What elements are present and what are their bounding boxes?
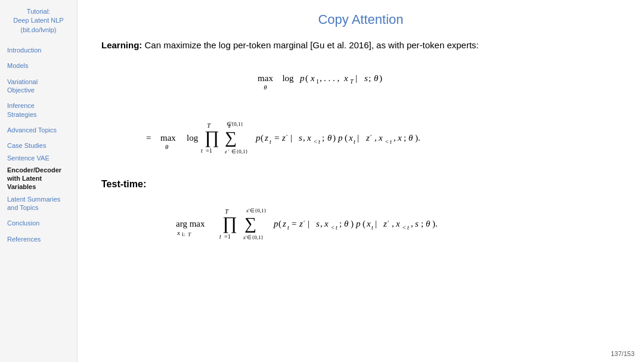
svg-text:<: < <box>402 224 406 231</box>
svg-text:p: p <box>273 219 278 228</box>
svg-text:T: T <box>188 231 191 237</box>
svg-text:;: ; <box>421 219 423 228</box>
svg-text:∑: ∑ <box>225 128 237 147</box>
svg-text:log: log <box>187 133 199 143</box>
slide-title: Copy Attention <box>101 12 620 27</box>
logo-line2: Deep Latent NLP <box>5 16 72 25</box>
math-formula-1: max θ log p ( x 1 , . . . , x T | s ; θ <box>247 63 474 99</box>
svg-text:t: t <box>336 224 338 231</box>
svg-text:θ: θ <box>327 133 332 143</box>
page-number: 137/153 <box>611 350 634 357</box>
svg-text:s: s <box>299 133 302 143</box>
svg-text:|: | <box>375 219 377 228</box>
svg-text:′: ′ <box>370 133 371 140</box>
svg-text:(: ( <box>305 73 308 83</box>
logo-line1: Tutorial: <box>5 7 72 16</box>
svg-text:s: s <box>316 219 320 228</box>
svg-text:∏: ∏ <box>222 213 237 233</box>
svg-text:θ: θ <box>374 73 379 83</box>
svg-text:).: ). <box>415 133 420 143</box>
test-time-label: Test-time: <box>101 179 620 190</box>
sidebar-item-references[interactable]: References <box>5 233 72 245</box>
svg-text:z′∈{0,1}: z′∈{0,1} <box>243 234 264 240</box>
svg-text:t: t <box>407 224 409 231</box>
svg-text:′: ′ <box>228 149 230 154</box>
svg-text:θ: θ <box>264 83 267 91</box>
svg-text:x: x <box>366 219 371 228</box>
svg-text:z′∈{0,1}: z′∈{0,1} <box>246 208 267 214</box>
svg-text:′: ′ <box>304 219 305 226</box>
learning-text: Can maximize the log per-token marginal … <box>142 40 478 50</box>
svg-text:x: x <box>177 229 180 236</box>
svg-text:): ) <box>333 133 336 143</box>
sidebar-item-variational[interactable]: Variational Objective <box>5 76 72 97</box>
svg-text:x: x <box>306 133 311 143</box>
svg-text:=: = <box>146 133 151 143</box>
svg-text:t: t <box>354 138 355 145</box>
sidebar-item-advanced[interactable]: Advanced Topics <box>5 124 72 136</box>
svg-text:;: ; <box>404 133 406 143</box>
svg-text:s: s <box>415 219 419 228</box>
svg-text:|: | <box>355 73 357 83</box>
svg-text:): ) <box>351 219 354 229</box>
svg-text:max: max <box>258 73 273 83</box>
sidebar-logo: Tutorial: Deep Latent NLP (bit.do/lvnlp) <box>5 7 72 35</box>
sidebar-item-introduction[interactable]: Introduction <box>5 44 72 56</box>
svg-text:,: , <box>303 133 305 143</box>
math-formula-3: arg max x 1: T T ∏ t =1 z′∈{0,1} ∑ z′∈{0… <box>158 202 564 249</box>
svg-text:p: p <box>299 73 305 83</box>
svg-text:T: T <box>350 78 354 85</box>
svg-text:(: ( <box>261 133 264 143</box>
sidebar-item-case-studies[interactable]: Case Studies <box>5 140 72 151</box>
sidebar-item-inference[interactable]: Inference Strategies <box>5 100 72 120</box>
svg-text:,: , <box>320 73 322 83</box>
svg-text:z: z <box>282 219 286 228</box>
sidebar-item-encoder-decoder[interactable]: Encoder/Decoder with Latent Variables <box>5 164 72 193</box>
svg-text:<: < <box>331 224 335 231</box>
svg-text:log: log <box>282 73 294 83</box>
svg-text:t: t <box>219 233 221 240</box>
svg-text:|: | <box>308 219 309 228</box>
svg-text:).: ). <box>432 219 438 229</box>
logo-line3: (bit.do/lvnlp) <box>5 26 72 35</box>
svg-text:): ) <box>379 73 382 83</box>
svg-text:(: ( <box>278 219 281 229</box>
svg-text:z: z <box>299 219 303 228</box>
svg-text:=1: =1 <box>224 233 231 240</box>
svg-text:=: = <box>292 219 296 228</box>
sidebar-item-sentence-vae[interactable]: Sentence VAE <box>5 152 72 164</box>
svg-text:(: ( <box>345 133 348 143</box>
math-formula-2: = max θ log T ∏ t =1 z ′ ∈{0,1} ∑ z ′ ∈{… <box>134 116 587 163</box>
sidebar-item-conclusion[interactable]: Conclusion <box>5 217 72 229</box>
svg-text:z: z <box>366 133 370 143</box>
math-block-3: arg max x 1: T T ∏ t =1 z′∈{0,1} ∑ z′∈{0… <box>101 202 620 249</box>
svg-text:θ: θ <box>408 133 413 143</box>
svg-text:1: 1 <box>316 78 319 85</box>
learning-paragraph: Learning: Can maximize the log per-token… <box>101 38 620 52</box>
svg-text:=1: =1 <box>206 147 212 154</box>
svg-text:x: x <box>397 133 402 143</box>
svg-text:<: < <box>314 138 317 145</box>
svg-text:|: | <box>290 133 292 143</box>
svg-text:. . . ,: . . . , <box>324 73 339 83</box>
svg-text:θ: θ <box>426 219 431 228</box>
svg-text:=: = <box>274 133 279 143</box>
svg-text:p: p <box>355 219 361 228</box>
svg-text:;: ; <box>339 219 342 228</box>
svg-text:max: max <box>160 133 176 143</box>
main-content: Copy Attention Learning: Can maximize th… <box>78 0 644 362</box>
sidebar-item-models[interactable]: Models <box>5 60 72 72</box>
svg-text:t: t <box>201 147 203 154</box>
svg-text:,: , <box>411 219 413 228</box>
sidebar-item-latent-summaries[interactable]: Latent Summaries and Topics <box>5 193 72 214</box>
content-area: Learning: Can maximize the log per-token… <box>101 38 620 356</box>
math-block-2: = max θ log T ∏ t =1 z ′ ∈{0,1} ∑ z ′ ∈{… <box>101 116 620 163</box>
svg-text:t: t <box>318 138 320 145</box>
svg-text:;: ; <box>322 133 324 143</box>
svg-text:x: x <box>310 73 315 83</box>
svg-text:<: < <box>385 138 389 145</box>
svg-text:θ: θ <box>344 219 349 228</box>
math-block-1: max θ log p ( x 1 , . . . , x T | s ; θ <box>101 63 620 99</box>
svg-text:z: z <box>264 133 268 143</box>
svg-text:x: x <box>395 219 400 228</box>
